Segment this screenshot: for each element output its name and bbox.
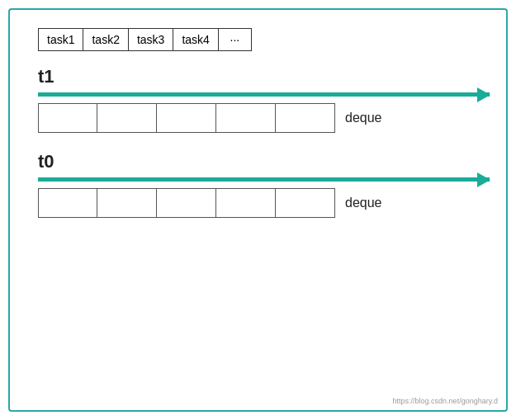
watermark: https://blog.csdn.net/gonghary.d	[393, 397, 498, 405]
thread-t1-deque-label: deque	[345, 111, 382, 125]
task-box-1: task1	[38, 28, 83, 51]
thread-t1-label: t1	[38, 66, 490, 87]
task-ellipsis: ···	[219, 28, 252, 51]
deque-cell	[216, 188, 276, 218]
deque-cell	[97, 103, 157, 133]
task-box-2: task2	[83, 28, 128, 51]
task-box-4: task4	[173, 28, 218, 51]
thread-t0-arrow	[38, 177, 490, 182]
deque-cell	[157, 188, 216, 218]
deque-cell	[276, 103, 335, 133]
task-queue-row: task1 task2 task3 task4 ···	[38, 28, 490, 51]
thread-t0-deque-row: deque	[38, 188, 490, 218]
deque-cell	[38, 188, 97, 218]
deque-cell	[97, 188, 157, 218]
deque-cell	[216, 103, 276, 133]
thread-t1-deque-cells	[38, 103, 335, 133]
thread-t1-deque-row: deque	[38, 103, 490, 133]
thread-t0-label: t0	[38, 151, 490, 172]
thread-t0-deque-cells	[38, 188, 335, 218]
thread-t1-arrow-row	[38, 92, 490, 97]
deque-cell	[276, 188, 335, 218]
deque-cell	[38, 103, 97, 133]
task-box-3: task3	[129, 28, 173, 51]
deque-cell	[157, 103, 216, 133]
thread-t0-section: t0 deque	[26, 151, 490, 218]
thread-t0-deque-label: deque	[345, 196, 382, 210]
main-diagram: task1 task2 task3 task4 ··· t1 deque t0	[8, 8, 508, 412]
thread-t1-section: t1 deque	[26, 66, 490, 133]
thread-t0-arrow-row	[38, 177, 490, 182]
thread-t1-arrow	[38, 92, 490, 97]
